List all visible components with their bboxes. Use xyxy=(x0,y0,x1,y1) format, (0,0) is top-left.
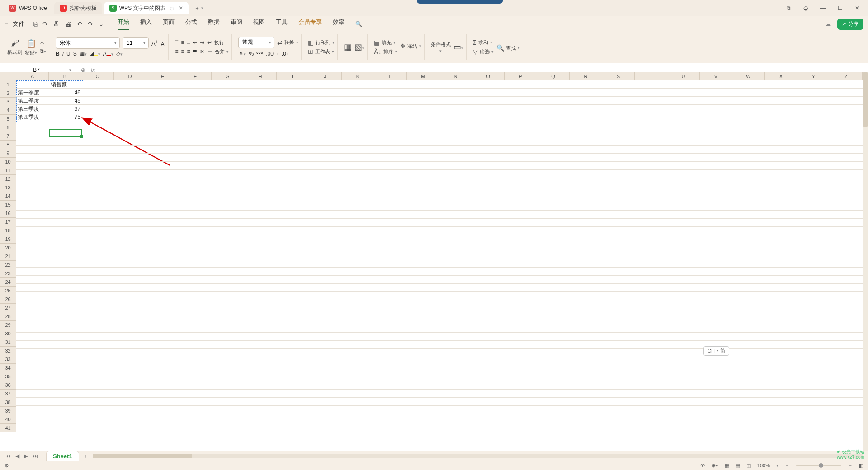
cell[interactable] xyxy=(709,333,742,341)
fill-color-button[interactable]: ◢▾ xyxy=(90,51,100,57)
cell[interactable] xyxy=(49,381,82,390)
cell[interactable] xyxy=(445,349,478,357)
cell[interactable] xyxy=(181,398,214,406)
cell[interactable] xyxy=(511,146,544,154)
cell[interactable] xyxy=(82,137,115,146)
cell[interactable] xyxy=(115,211,148,219)
cell[interactable] xyxy=(214,308,247,316)
cell[interactable] xyxy=(115,268,148,276)
cell[interactable] xyxy=(511,162,544,170)
row-header[interactable]: 16 xyxy=(0,209,16,218)
minimize-button[interactable]: — xyxy=(818,5,827,11)
ime-indicator[interactable]: CH ♪ 简 xyxy=(703,346,729,356)
cell[interactable] xyxy=(478,227,511,235)
cell[interactable] xyxy=(610,251,643,259)
cell[interactable] xyxy=(808,121,841,129)
tab-start[interactable]: 开始 xyxy=(118,18,129,30)
zoom-out-button[interactable]: － xyxy=(785,462,790,469)
cell[interactable] xyxy=(181,316,214,324)
cell[interactable] xyxy=(148,276,181,284)
cell[interactable] xyxy=(16,373,49,381)
cell[interactable] xyxy=(412,308,445,316)
cell[interactable] xyxy=(16,276,49,284)
cell[interactable] xyxy=(313,162,346,170)
cell[interactable] xyxy=(610,381,643,390)
cell[interactable] xyxy=(247,97,280,105)
cell[interactable] xyxy=(82,211,115,219)
cell[interactable] xyxy=(16,194,49,202)
cell[interactable] xyxy=(445,113,478,121)
cell[interactable] xyxy=(214,80,247,89)
cell[interactable] xyxy=(82,324,115,333)
cell[interactable] xyxy=(247,373,280,381)
cell[interactable] xyxy=(379,390,412,398)
cell[interactable] xyxy=(346,105,379,113)
cell[interactable] xyxy=(808,300,841,308)
cell[interactable] xyxy=(544,276,577,284)
cell[interactable] xyxy=(577,357,610,365)
cell[interactable] xyxy=(346,194,379,202)
cell[interactable] xyxy=(16,390,49,398)
cell[interactable] xyxy=(280,308,313,316)
cell[interactable] xyxy=(709,227,742,235)
cell[interactable] xyxy=(280,341,313,349)
cell[interactable] xyxy=(346,292,379,300)
cell[interactable] xyxy=(181,357,214,365)
cell[interactable] xyxy=(247,194,280,202)
cell[interactable] xyxy=(742,186,775,194)
cell[interactable] xyxy=(346,89,379,97)
cell[interactable] xyxy=(412,365,445,373)
cell[interactable] xyxy=(82,390,115,398)
cell[interactable] xyxy=(610,292,643,300)
cell[interactable] xyxy=(181,276,214,284)
cell[interactable] xyxy=(709,243,742,251)
cell[interactable] xyxy=(709,268,742,276)
hamburger-icon[interactable]: ≡ xyxy=(5,20,8,28)
cell[interactable] xyxy=(775,259,808,268)
cell[interactable] xyxy=(313,129,346,137)
cell[interactable] xyxy=(610,390,643,398)
row-header[interactable]: 38 xyxy=(0,398,16,407)
sidepanel-icon[interactable]: ◧ xyxy=(859,463,863,469)
cell[interactable] xyxy=(445,235,478,243)
row-header[interactable]: 14 xyxy=(0,192,16,201)
cell[interactable] xyxy=(148,80,181,89)
search-icon[interactable]: 🔍 xyxy=(355,21,362,27)
number-format-select[interactable]: ▾ xyxy=(238,37,274,48)
cell[interactable] xyxy=(643,89,676,97)
cell[interactable] xyxy=(82,170,115,178)
cell[interactable] xyxy=(610,89,643,97)
col-header[interactable]: G xyxy=(212,72,244,80)
cell[interactable] xyxy=(676,284,709,292)
cell[interactable] xyxy=(643,170,676,178)
cell[interactable] xyxy=(709,194,742,202)
cell[interactable] xyxy=(709,121,742,129)
cell[interactable] xyxy=(742,316,775,324)
cell[interactable] xyxy=(379,341,412,349)
col-header[interactable]: Z xyxy=(830,72,863,80)
cell[interactable] xyxy=(445,121,478,129)
cell[interactable] xyxy=(478,113,511,121)
cell[interactable] xyxy=(643,357,676,365)
cell[interactable] xyxy=(280,300,313,308)
cell[interactable] xyxy=(16,251,49,259)
cell[interactable] xyxy=(577,80,610,89)
cell[interactable] xyxy=(115,121,148,129)
cell[interactable] xyxy=(313,211,346,219)
increase-font-icon[interactable]: A+ xyxy=(151,39,158,47)
cell[interactable] xyxy=(49,357,82,365)
cell[interactable] xyxy=(346,211,379,219)
font-name-select[interactable]: ▾ xyxy=(56,37,120,49)
cell[interactable] xyxy=(808,284,841,292)
tab-insert[interactable]: 插入 xyxy=(140,18,152,30)
cell[interactable] xyxy=(280,373,313,381)
cell[interactable] xyxy=(676,390,709,398)
row-header[interactable]: 4 xyxy=(0,106,16,115)
col-header[interactable]: U xyxy=(667,72,700,80)
cell[interactable] xyxy=(775,137,808,146)
cell[interactable] xyxy=(16,357,49,365)
cell[interactable] xyxy=(148,211,181,219)
col-header[interactable]: D xyxy=(114,72,146,80)
font-size-select[interactable]: ▾ xyxy=(123,37,149,49)
cell[interactable] xyxy=(115,341,148,349)
